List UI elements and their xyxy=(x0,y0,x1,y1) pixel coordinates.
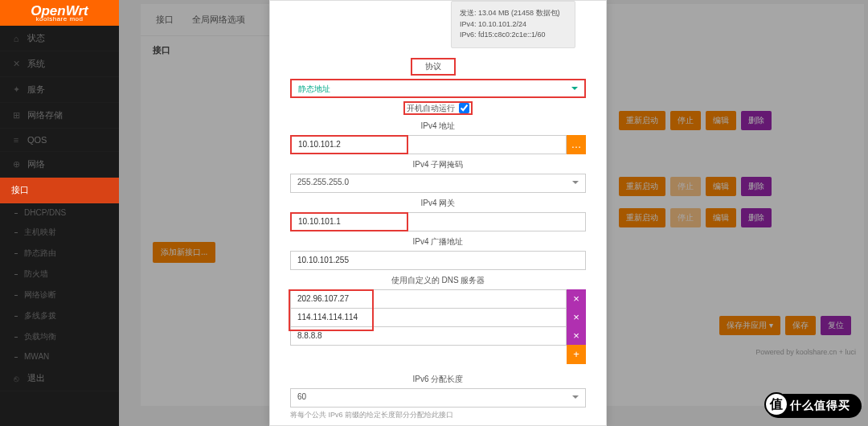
chevron-down-icon xyxy=(572,395,579,399)
ipv6-len-label: IPv6 分配长度 xyxy=(290,374,586,385)
chevron-down-icon xyxy=(571,87,578,90)
ipv4-addr-more-button[interactable]: … xyxy=(567,135,586,154)
nav-sub-loadbal[interactable]: 负载均衡 xyxy=(0,326,119,347)
logo-subtext: koolshare mod xyxy=(36,15,84,23)
nav-sub-dhcp[interactable]: DHCP/DNS xyxy=(0,203,119,222)
service-icon: ✦ xyxy=(11,85,21,95)
nav-sub-diag[interactable]: 网络诊断 xyxy=(0,285,119,305)
interface-info: 发送: 13.04 MB (21458 数据包) IPv4: 10.10.101… xyxy=(451,1,575,48)
protocol-select[interactable]: 静态地址 xyxy=(290,79,586,98)
autostart-checkbox[interactable] xyxy=(459,103,469,113)
nav-sub-firewall[interactable]: 防火墙 xyxy=(0,264,119,285)
ipv4-gw-input[interactable] xyxy=(290,212,408,231)
nav-sub-routes[interactable]: 静态路由 xyxy=(0,243,119,264)
dns-input-2[interactable] xyxy=(290,308,567,327)
nav-label: 服务 xyxy=(27,84,45,96)
ipv6-len-hint: 将每个公共 IPv6 前缀的给定长度部分分配给此接口 xyxy=(290,410,586,420)
nav-services[interactable]: ✦服务 xyxy=(0,77,119,103)
ipv4-mask-value: 255.255.255.0 xyxy=(297,178,349,186)
dns-remove-button[interactable]: × xyxy=(567,326,586,346)
dns-label: 使用自定义的 DNS 服务器 xyxy=(290,275,586,286)
nav-label: 系统 xyxy=(27,58,45,70)
ipv4-addr-label: IPv4 地址 xyxy=(290,121,586,132)
info-tx: 发送: 13.04 MB (21458 数据包) xyxy=(460,8,567,19)
sidebar: OpenWrt koolshare mod ⌂状态 ✕系统 ✦服务 ⊞网络存储 … xyxy=(0,0,119,426)
chevron-down-icon xyxy=(572,181,579,184)
dns-input-3[interactable] xyxy=(290,326,567,346)
nav-label: 退出 xyxy=(27,372,45,384)
globe-icon: ⊕ xyxy=(11,160,21,170)
nav-status[interactable]: ⌂状态 xyxy=(0,26,119,51)
ipv4-mask-select[interactable]: 255.255.255.0 xyxy=(290,174,586,193)
qos-icon: ≡ xyxy=(11,135,21,145)
nav-sub-mwan[interactable]: MWAN xyxy=(0,347,119,366)
ipv4-bcast-input[interactable] xyxy=(290,251,586,270)
protocol-label: 协议 xyxy=(411,58,456,76)
logout-icon: ⎋ xyxy=(11,374,21,383)
nav-sub-hosts[interactable]: 主机映射 xyxy=(0,222,119,243)
ipv4-gw-label: IPv4 网关 xyxy=(290,198,586,209)
watermark-badge: 值 什么值得买 xyxy=(766,394,862,418)
nav-interfaces[interactable]: 接口 xyxy=(0,178,119,203)
info-ipv4: IPv4: 10.10.101.2/24 xyxy=(460,19,567,31)
ipv4-mask-label: IPv4 子网掩码 xyxy=(290,159,586,170)
logo: OpenWrt koolshare mod xyxy=(0,0,119,26)
ipv6-len-value: 60 xyxy=(297,392,306,401)
watermark-icon: 值 xyxy=(764,392,788,416)
nav-label: 状态 xyxy=(27,32,45,44)
nav-label: QOS xyxy=(27,135,47,145)
home-icon: ⌂ xyxy=(11,34,21,43)
nav-label: 网络 xyxy=(27,158,45,170)
ipv6-len-select[interactable]: 60 xyxy=(290,388,586,408)
nas-icon: ⊞ xyxy=(11,111,21,121)
nav-nas[interactable]: ⊞网络存储 xyxy=(0,103,119,129)
nav-qos[interactable]: ≡QOS xyxy=(0,129,119,152)
dns-remove-button[interactable]: × xyxy=(567,289,586,309)
info-ipv6: IPv6: fd15:c8c0:2c1e::1/60 xyxy=(460,30,567,41)
dns-add-button[interactable]: + xyxy=(567,345,586,364)
watermark-text: 什么值得买 xyxy=(790,399,850,412)
nav-sub-multiwan[interactable]: 多线多拨 xyxy=(0,305,119,326)
dns-remove-button[interactable]: × xyxy=(567,308,586,327)
nav-label: 网络存储 xyxy=(27,109,63,121)
nav-network[interactable]: ⊕网络 xyxy=(0,152,119,178)
nav-label: 接口 xyxy=(11,184,29,196)
edit-interface-modal: 发送: 13.04 MB (21458 数据包) IPv4: 10.10.101… xyxy=(269,0,607,426)
ipv4-addr-input[interactable] xyxy=(290,135,408,154)
dns-input-1[interactable] xyxy=(290,289,567,309)
nav-logout[interactable]: ⎋退出 xyxy=(0,366,119,391)
ipv4-bcast-label: IPv4 广播地址 xyxy=(290,236,586,248)
autostart-label: 开机自动运行 xyxy=(407,104,455,113)
nav-system[interactable]: ✕系统 xyxy=(0,51,119,77)
protocol-value: 静态地址 xyxy=(298,84,330,93)
wrench-icon: ✕ xyxy=(11,59,21,69)
autostart-wrapper: 开机自动运行 xyxy=(403,101,473,115)
